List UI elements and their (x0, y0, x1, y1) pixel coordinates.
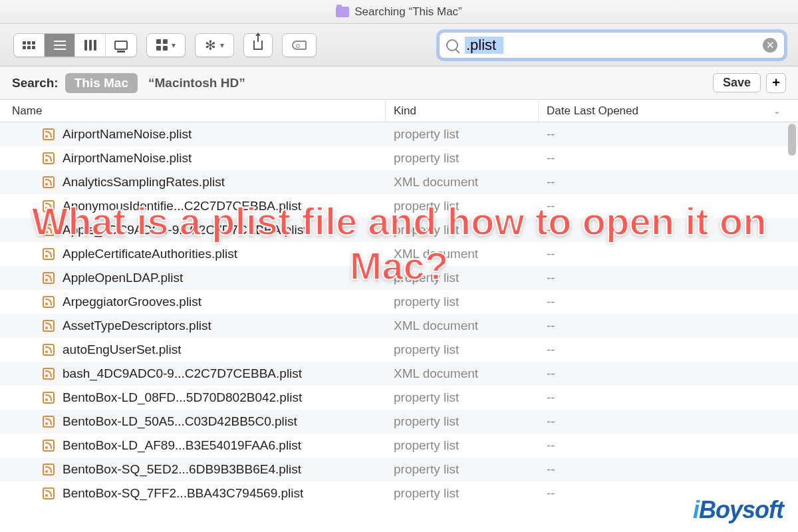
file-date: -- (539, 414, 798, 429)
table-row[interactable]: AppleOpenLDAP.plistproperty list-- (0, 266, 798, 290)
file-date: -- (539, 247, 798, 261)
table-row[interactable]: BentoBox-SQ_5ED2...6DB9B3BB6E4.plistprop… (0, 458, 798, 481)
file-date: -- (539, 438, 798, 453)
scope-macintosh-hd[interactable]: “Macintosh HD” (148, 76, 245, 90)
file-kind: property list (386, 151, 539, 166)
file-kind: property list (386, 295, 539, 309)
table-row[interactable]: BentoBox-LD_08FD...5D70D802B042.plistpro… (0, 386, 798, 410)
file-name: BentoBox-LD_50A5...C03D42BB5C0.plist (63, 414, 297, 429)
plist-file-icon (43, 440, 55, 452)
file-list: AirportNameNoise.plistproperty list--Air… (0, 122, 798, 532)
share-icon (253, 41, 263, 50)
plist-file-icon (43, 152, 55, 164)
table-row[interactable]: AppleCertificateAuthorities.plistXML doc… (0, 242, 798, 266)
file-date: -- (539, 486, 798, 501)
gallery-icon (114, 41, 128, 50)
file-name: AnalyticsSamplingRates.plist (63, 175, 225, 190)
table-row[interactable]: AnalyticsSamplingRates.plistXML document… (0, 170, 798, 194)
plist-file-icon (43, 200, 55, 212)
file-name: AnonymousIdentifie...C2C7D7CEBBA.plist (63, 199, 301, 213)
chevron-down-icon: ▾ (172, 41, 176, 50)
plist-file-icon (43, 464, 55, 475)
table-row[interactable]: ArpeggiatorGrooves.plistproperty list-- (0, 290, 798, 314)
file-date: -- (539, 199, 798, 213)
gear-icon: ✻ (205, 37, 216, 53)
view-column-button[interactable] (75, 34, 106, 57)
file-date: -- (539, 319, 798, 333)
column-headers: Name Kind Date Last Opened ⌄ (0, 100, 798, 122)
plist-file-icon (43, 128, 55, 140)
header-name[interactable]: Name (0, 100, 386, 122)
file-kind: property list (386, 462, 539, 477)
plist-file-icon (43, 368, 55, 380)
header-date[interactable]: Date Last Opened ⌄ (539, 100, 798, 122)
list-icon (54, 45, 66, 46)
file-name: AppleCertificateAuthorities.plist (63, 247, 237, 261)
file-kind: property list (386, 199, 539, 213)
file-name: BentoBox-LD_AF89...B3E54019FAA6.plist (63, 438, 301, 453)
view-list-button[interactable] (45, 34, 75, 57)
file-date: -- (539, 390, 798, 405)
scope-this-mac[interactable]: This Mac (65, 73, 138, 93)
table-row[interactable]: bash_4DC9ADC0-9...C2C7D7CEBBA.plistXML d… (0, 362, 798, 386)
group-button[interactable]: ▾ (146, 33, 186, 57)
table-row[interactable]: AssetTypeDescriptors.plistXML document-- (0, 314, 798, 338)
plist-file-icon (43, 344, 55, 356)
file-kind: property list (386, 271, 539, 285)
search-icon (446, 39, 458, 51)
tag-icon (292, 41, 307, 50)
file-date: -- (539, 342, 798, 357)
file-name: AssetTypeDescriptors.plist (63, 319, 211, 333)
plist-file-icon (43, 176, 55, 188)
table-row[interactable]: BentoBox-LD_50A5...C03D42BB5C0.plistprop… (0, 410, 798, 434)
file-kind: property list (386, 390, 539, 405)
window-titlebar: Searching “This Mac” (0, 0, 798, 24)
file-date: -- (539, 175, 798, 190)
share-button[interactable] (243, 33, 273, 57)
file-kind: XML document (386, 366, 539, 381)
action-menu-button[interactable]: ✻ ▾ (195, 33, 234, 57)
table-row[interactable]: BentoBox-SQ_7FF2...BBA43C794569.plistpro… (0, 481, 798, 505)
search-input[interactable] (465, 37, 763, 54)
plist-file-icon (43, 296, 55, 308)
search-scope-label: Search: (12, 76, 59, 90)
file-date: -- (539, 462, 798, 477)
file-name: AirportNameNoise.plist (63, 127, 192, 142)
plist-file-icon (43, 272, 55, 284)
view-gallery-button[interactable] (106, 34, 136, 57)
view-icon-button[interactable] (14, 34, 45, 57)
clear-search-button[interactable]: ✕ (763, 38, 777, 53)
file-kind: property list (386, 414, 539, 429)
file-kind: property list (386, 223, 539, 237)
file-name: Apple_4DC9ADC0-9...C2C7D7CEBBA.plist (63, 223, 307, 237)
toolbar: ▾ ✻ ▾ ✕ (0, 24, 798, 66)
tags-button[interactable] (282, 33, 317, 57)
file-name: AirportNameNoise.plist (63, 151, 192, 166)
file-name: bash_4DC9ADC0-9...C2C7D7CEBBA.plist (63, 366, 302, 381)
grid-icon (156, 39, 168, 51)
chevron-down-icon: ⌄ (773, 106, 781, 116)
save-search-button[interactable]: Save (713, 73, 761, 92)
table-row[interactable]: autoEngUserSet.plistproperty list-- (0, 338, 798, 362)
table-row[interactable]: Apple_4DC9ADC0-9...C2C7D7CEBBA.plistprop… (0, 218, 798, 242)
add-criteria-button[interactable]: + (766, 73, 786, 93)
folder-icon (336, 7, 349, 17)
plist-file-icon (43, 248, 55, 260)
table-row[interactable]: AirportNameNoise.plistproperty list-- (0, 146, 798, 170)
table-row[interactable]: AnonymousIdentifie...C2C7D7CEBBA.plistpr… (0, 194, 798, 218)
scrollbar-thumb[interactable] (788, 124, 796, 156)
table-row[interactable]: BentoBox-LD_AF89...B3E54019FAA6.plistpro… (0, 434, 798, 458)
file-date: -- (539, 295, 798, 309)
file-date: -- (539, 127, 798, 142)
file-kind: property list (386, 438, 539, 453)
file-kind: XML document (386, 247, 539, 261)
file-date: -- (539, 271, 798, 285)
table-row[interactable]: AirportNameNoise.plistproperty list-- (0, 122, 798, 146)
file-name: autoEngUserSet.plist (63, 342, 182, 357)
plist-file-icon (43, 392, 55, 404)
plist-file-icon (43, 416, 55, 428)
header-kind[interactable]: Kind (386, 100, 539, 122)
file-kind: property list (386, 486, 539, 501)
file-kind: property list (386, 127, 539, 142)
chevron-down-icon: ▾ (220, 41, 224, 50)
